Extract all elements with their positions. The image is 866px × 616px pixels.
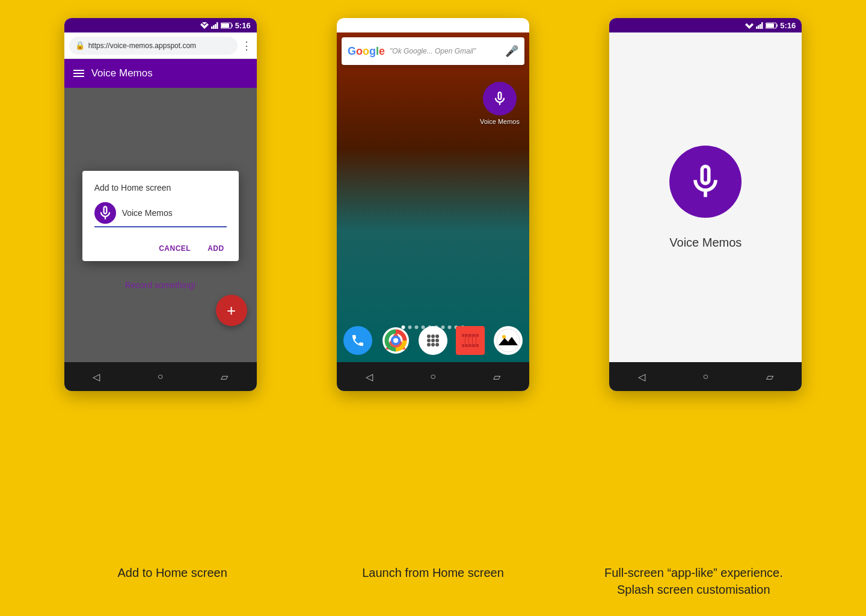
svg-point-27 [435, 339, 439, 342]
hamburger-menu[interactable] [73, 70, 84, 77]
fab-icon: + [227, 303, 236, 318]
phone2-nav-bar: ◁ ○ ▱ [337, 362, 529, 391]
signal-icon-3 [756, 22, 763, 29]
dialog-input-row: Voice Memos [94, 202, 227, 227]
recents-icon-2[interactable]: ▱ [493, 371, 500, 383]
svg-rect-50 [758, 25, 760, 29]
dock-phone-icon[interactable] [343, 326, 372, 355]
phone-call-icon [351, 333, 365, 348]
phone3-container: 5:16 Voice Memos ◁ ○ ▱ [582, 18, 830, 558]
caption1-text: Add to Home screen [118, 564, 227, 581]
cancel-button[interactable]: CANCEL [156, 242, 193, 255]
svg-point-21 [393, 338, 398, 343]
phone3-time: 5:16 [780, 21, 796, 30]
status-icons-2 [473, 22, 505, 29]
dock-gallery-icon[interactable] [494, 326, 523, 355]
dock-chrome-icon[interactable] [381, 326, 410, 355]
svg-rect-42 [465, 334, 465, 347]
home-icon-2[interactable]: ○ [430, 371, 436, 382]
svg-rect-54 [777, 24, 778, 26]
svg-rect-15 [504, 24, 505, 26]
phone2-status-bar: 5:16 [337, 18, 529, 32]
caption1: Add to Home screen [54, 564, 290, 598]
home-icon-3[interactable]: ○ [702, 371, 708, 382]
mic-icon-dialog [97, 205, 114, 221]
phone3-nav-bar: ◁ ○ ▱ [609, 362, 802, 391]
phone3-frame: 5:16 Voice Memos ◁ ○ ▱ [609, 18, 802, 391]
phone2-time: 5:16 [508, 21, 523, 30]
google-search-hint: "Ok Google... Open Gmail" [390, 47, 500, 55]
svg-rect-11 [485, 25, 487, 29]
phone2-content: Google "Ok Google... Open Gmail" 🎤 [337, 32, 529, 362]
svg-rect-16 [494, 23, 502, 28]
add-to-home-dialog: Add to Home screen Voice Memos CANCEL [82, 171, 239, 261]
svg-marker-9 [473, 23, 481, 29]
svg-rect-33 [465, 334, 468, 337]
splash-app-name: Voice Memos [669, 236, 742, 250]
dock-bar [337, 319, 529, 362]
fab-button[interactable]: + [216, 295, 247, 326]
wifi-icon-3 [745, 22, 754, 29]
phone1-container: 5:16 🔒 https://voice-memos.appspot.com ⋮… [36, 18, 284, 558]
dialog-actions: CANCEL ADD [94, 239, 227, 255]
svg-rect-49 [756, 26, 758, 29]
recents-icon-3[interactable]: ▱ [766, 371, 773, 383]
dialog-title: Add to Home screen [94, 183, 227, 192]
svg-rect-34 [469, 334, 471, 337]
voice-memos-home-icon[interactable]: Voice Memos [480, 82, 520, 125]
back-icon-3[interactable]: ◁ [638, 371, 645, 383]
svg-point-23 [431, 334, 435, 338]
svg-rect-3 [213, 25, 215, 29]
svg-rect-5 [216, 22, 218, 29]
svg-rect-44 [472, 334, 473, 347]
home-icon-area: Voice Memos [337, 70, 529, 319]
status-icons [200, 22, 233, 29]
phone1-status-bar: 5:16 [64, 18, 257, 32]
wifi-icon-2 [473, 22, 481, 29]
mic-icon-home [491, 90, 508, 107]
svg-rect-10 [484, 26, 485, 29]
svg-rect-35 [473, 334, 475, 337]
battery-icon [221, 22, 233, 29]
caption2-text: Launch from Home screen [362, 564, 504, 581]
svg-rect-55 [766, 23, 774, 28]
dock-apps-icon[interactable] [419, 326, 447, 355]
svg-rect-7 [232, 24, 233, 26]
google-search-bar[interactable]: Google "Ok Google... Open Gmail" 🎤 [342, 37, 524, 65]
home-icon[interactable]: ○ [158, 371, 164, 382]
svg-rect-51 [760, 24, 761, 29]
phone2-frame: 5:16 Google "Ok Google... Open Gmail" 🎤 [337, 18, 529, 391]
dock-video-icon[interactable] [456, 326, 485, 355]
battery-icon-3 [766, 22, 778, 29]
chrome-bar: 🔒 https://voice-memos.appspot.com ⋮ [64, 32, 257, 59]
svg-marker-48 [745, 23, 754, 29]
back-icon-2[interactable]: ◁ [366, 371, 373, 383]
add-button[interactable]: ADD [205, 242, 227, 255]
svg-rect-13 [489, 22, 491, 29]
svg-rect-37 [462, 344, 464, 347]
more-menu-icon[interactable]: ⋮ [241, 39, 252, 52]
caption2: Launch from Home screen [315, 564, 551, 598]
back-icon[interactable]: ◁ [93, 371, 100, 383]
phone2-container: 5:16 Google "Ok Google... Open Gmail" 🎤 [309, 18, 557, 558]
phone1-frame: 5:16 🔒 https://voice-memos.appspot.com ⋮… [64, 18, 257, 391]
phone1-toolbar: Voice Memos [64, 59, 257, 88]
dialog-input-text[interactable]: Voice Memos [122, 208, 227, 218]
voice-memos-label: Voice Memos [480, 118, 520, 125]
phone1-content: Add to Home screen Voice Memos CANCEL [64, 88, 257, 362]
signal-icon [211, 22, 218, 29]
toolbar-title: Voice Memos [91, 67, 153, 79]
voice-memos-icon-img [483, 82, 517, 116]
lock-icon: 🔒 [75, 41, 85, 50]
svg-point-30 [435, 343, 439, 346]
chrome-logo [382, 327, 410, 354]
recents-icon[interactable]: ▱ [221, 371, 228, 383]
svg-point-46 [497, 329, 520, 352]
gallery-icon-svg [496, 328, 520, 353]
mic-icon-splash [685, 161, 726, 202]
caption3: Full-screen “app-like” experience.Splash… [576, 564, 812, 598]
svg-rect-32 [462, 334, 464, 337]
google-mic-icon[interactable]: 🎤 [505, 45, 518, 58]
google-logo: Google [348, 45, 385, 58]
chrome-url-box[interactable]: 🔒 https://voice-memos.appspot.com [69, 37, 238, 55]
